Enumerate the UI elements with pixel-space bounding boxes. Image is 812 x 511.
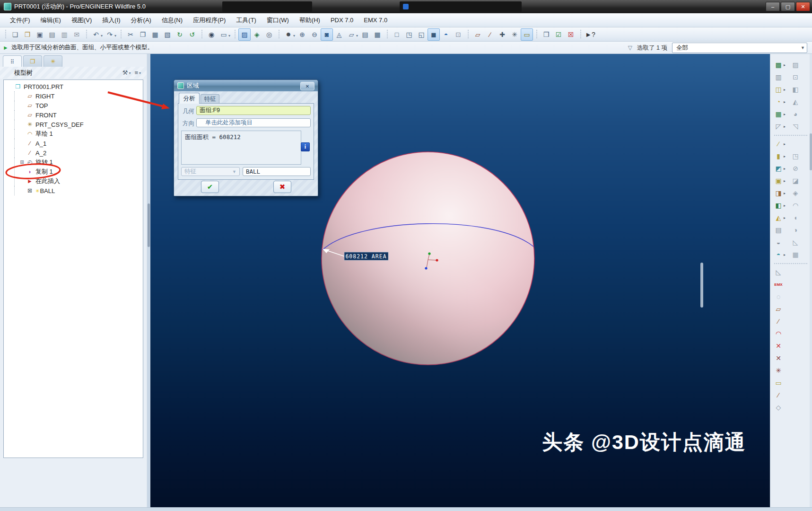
tab-analysis[interactable]: 分析: [179, 93, 200, 104]
tree-item-草绘-1[interactable]: ◠草绘 1: [14, 129, 143, 139]
rib-tool-icon[interactable]: ◧: [773, 200, 784, 211]
sketch-line-tool-icon[interactable]: ∕: [773, 390, 784, 400]
menu-item-2[interactable]: 视图(V): [66, 14, 97, 26]
trim-tool-icon[interactable]: ◺: [790, 237, 801, 247]
viewport-sash-handle[interactable]: [700, 263, 703, 308]
style-tool-icon[interactable]: ▩: [773, 60, 784, 70]
feature-select[interactable]: 特征 ▼: [181, 167, 240, 176]
info-button[interactable]: i: [301, 142, 310, 151]
pattern-tool-icon[interactable]: ▦: [773, 109, 784, 119]
chamfer-tool-icon[interactable]: ◹: [790, 121, 801, 132]
menu-item-1[interactable]: 编辑(E): [35, 14, 66, 26]
menu-item-11[interactable]: EMX 7.0: [358, 15, 393, 26]
splitter-handle[interactable]: [148, 203, 150, 247]
note-tool-icon[interactable]: ▭: [773, 378, 784, 388]
menu-item-10[interactable]: PDX 7.0: [325, 15, 358, 26]
surface-tool-icon[interactable]: ◺: [773, 267, 784, 277]
panel-splitter[interactable]: [147, 54, 150, 507]
gear-icon[interactable]: ◎: [263, 28, 275, 41]
menu-item-7[interactable]: 工具(T): [231, 14, 262, 26]
mug-tool-icon[interactable]: ▣: [773, 176, 784, 186]
flyout-arrow-icon[interactable]: ▸: [784, 142, 788, 146]
flyout-arrow-icon[interactable]: ▸: [784, 124, 788, 129]
menu-item-6[interactable]: 应用程序(P): [188, 14, 231, 26]
datum-plane-tool-icon[interactable]: ▱: [773, 304, 784, 314]
tree-item-TOP[interactable]: ▱TOP: [14, 101, 143, 110]
geometry-collector[interactable]: 面组:F9: [196, 106, 311, 115]
flyout-arrow-icon[interactable]: ▸: [784, 167, 788, 171]
flyout-arrow-icon[interactable]: ▸: [784, 154, 788, 159]
revolve-tool-icon[interactable]: ⊘: [790, 163, 801, 174]
search-binoculars-icon[interactable]: ◉: [205, 28, 218, 41]
reorient-icon[interactable]: ◬: [333, 28, 345, 41]
pump-tool-icon[interactable]: ◒: [773, 237, 784, 247]
model-tree-tab[interactable]: ⠿: [3, 55, 22, 68]
tree-columns-icon[interactable]: ≡▾: [134, 69, 141, 76]
emx-tool-icon[interactable]: EMX: [773, 279, 784, 290]
dialog-close-button[interactable]: ✕: [300, 82, 314, 90]
context-help-icon[interactable]: ►?: [584, 28, 596, 41]
paste-special-icon[interactable]: ▧: [161, 28, 174, 41]
flyout-arrow-icon[interactable]: ▸: [784, 216, 788, 220]
print-stamp-icon[interactable]: ▥: [58, 28, 70, 41]
new-file-icon[interactable]: ❏: [9, 28, 21, 41]
plane-display-icon[interactable]: ▱: [471, 28, 484, 41]
tree-item-PRT_CSYS_DEF[interactable]: ✳PRT_CSYS_DEF: [14, 120, 143, 129]
minimize-button[interactable]: –: [766, 2, 780, 11]
favorites-tab[interactable]: ✳: [44, 55, 62, 67]
undo-icon[interactable]: ↶: [90, 28, 102, 41]
wrap-tool-icon[interactable]: ◨: [773, 188, 784, 198]
tree-item-在此插入[interactable]: ►在此插入: [14, 176, 143, 186]
flyout-arrow-icon[interactable]: ▸: [784, 179, 788, 183]
merge-tool-icon[interactable]: ◑: [790, 225, 801, 235]
mask-tool-icon[interactable]: ▤: [773, 225, 784, 235]
tree-item-FRONT[interactable]: ▱FRONT: [14, 110, 143, 120]
wireframe-icon[interactable]: □: [391, 28, 403, 41]
flyout-arrow-icon[interactable]: ▸: [784, 63, 788, 67]
new-window-icon[interactable]: ❒: [540, 28, 552, 41]
no-hidden-icon[interactable]: ◱: [415, 28, 428, 41]
tree-item-旋转-1[interactable]: ⊞◴旋转 1: [14, 158, 143, 167]
filter-dropdown[interactable]: 全部 ▼: [672, 43, 807, 53]
round-edge-tool-icon[interactable]: ◕: [790, 109, 801, 119]
cancel-button[interactable]: ✖: [273, 181, 291, 193]
relations-nodes-icon[interactable]: ◈: [251, 28, 263, 41]
box-tool-icon[interactable]: ◓: [773, 249, 784, 260]
menu-item-4[interactable]: 分析(A): [126, 14, 157, 26]
screw-tool-icon[interactable]: ◸: [773, 121, 784, 132]
shaded-icon[interactable]: ◼: [428, 28, 440, 41]
menu-item-9[interactable]: 帮助(H): [294, 14, 325, 26]
shell-tool-icon[interactable]: ◧: [790, 84, 801, 95]
sweep-tool-icon[interactable]: ◪: [790, 176, 801, 186]
point-tool-icon[interactable]: ✕: [773, 341, 784, 351]
draft-tool-icon[interactable]: ◭: [790, 97, 801, 107]
offset-point-tool-icon[interactable]: ✕: [773, 353, 784, 363]
csys-display-icon[interactable]: ✳: [508, 28, 521, 41]
tab-feature[interactable]: 特征: [201, 94, 219, 104]
activate-window-icon[interactable]: ☑: [552, 28, 565, 41]
tree-item-A_1[interactable]: ∕A_1: [14, 139, 143, 148]
redo-icon[interactable]: ↷: [104, 28, 116, 41]
hole-tool-icon[interactable]: ◫: [773, 84, 784, 95]
save-icon[interactable]: ▣: [34, 28, 46, 41]
hidden-line-icon[interactable]: ◳: [403, 28, 415, 41]
print-icon[interactable]: ▤: [46, 28, 58, 41]
enhanced-shaded-icon[interactable]: ◓: [440, 28, 452, 41]
close-button[interactable]: ✕: [796, 2, 810, 11]
maximize-button[interactable]: ▢: [781, 2, 795, 11]
direction-collector[interactable]: 单击此处添加项目: [196, 118, 311, 127]
tree-item-BALL[interactable]: ⊠✳BALL: [14, 186, 143, 195]
tree-expander-icon[interactable]: ⊞: [19, 160, 25, 165]
copy-icon[interactable]: ❐: [137, 28, 149, 41]
menu-item-3[interactable]: 插入(I): [97, 14, 125, 26]
tree-item-复制-1[interactable]: ◗复制 1: [14, 167, 143, 176]
trajectory-tool-icon[interactable]: ◭: [773, 212, 784, 223]
camera-tool-icon[interactable]: ◩: [773, 163, 784, 174]
menu-item-5[interactable]: 信息(N): [157, 14, 188, 26]
zoom-in-icon[interactable]: ⊕: [296, 28, 308, 41]
flyout-arrow-icon[interactable]: ▸: [784, 203, 788, 208]
extrude-tool-icon[interactable]: ◳: [790, 151, 801, 161]
close-window-icon[interactable]: ☒: [565, 28, 577, 41]
folder-browser-tab[interactable]: ❐: [23, 55, 42, 67]
ok-button[interactable]: ✔: [201, 181, 219, 193]
